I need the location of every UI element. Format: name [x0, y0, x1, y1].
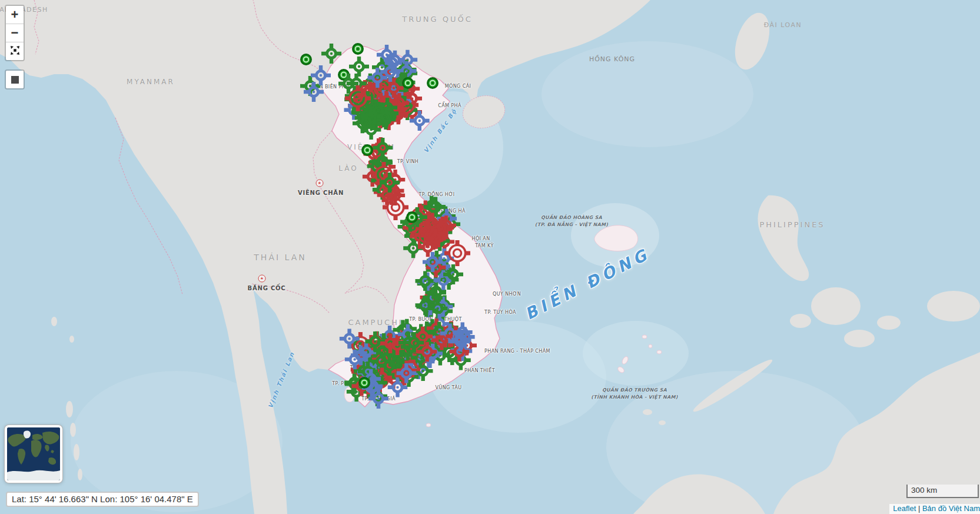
zoom-out-button[interactable]: −	[6, 24, 24, 42]
minimap[interactable]	[5, 425, 62, 483]
leaflet-link[interactable]: Leaflet	[893, 504, 916, 513]
map-marker-station-dot[interactable]	[360, 378, 370, 388]
zoom-in-button[interactable]: +	[6, 6, 24, 24]
map-marker-station-dot[interactable]	[428, 78, 438, 88]
map-marker-crosshair-b[interactable]	[377, 45, 397, 65]
map-marker-station-dot[interactable]	[301, 55, 311, 65]
attribution-separator: |	[916, 504, 922, 513]
map-marker-crosshair-g[interactable]	[321, 44, 341, 64]
scale-control: 300 km	[906, 485, 979, 498]
map-marker-station-dot[interactable]	[407, 213, 417, 223]
coordinates-readout: Lat: 15° 44' 16.663" N Lon: 105° 16' 04.…	[6, 492, 199, 507]
map-viewport[interactable]: BANGLADESHMYANMARTRUNG QUỐCHỒNG KÔNGĐÀI …	[0, 0, 980, 514]
minimap-world-image	[7, 427, 60, 480]
expand-arrows-icon	[10, 44, 20, 59]
fullscreen-button[interactable]	[6, 42, 24, 60]
map-marker-crosshair-b[interactable]	[410, 111, 430, 131]
map-markers-layer	[0, 0, 980, 514]
map-marker-station-dot[interactable]	[353, 44, 363, 54]
square-tool-button[interactable]	[6, 71, 24, 88]
map-provider-link[interactable]: Bản đồ Việt Nam	[922, 504, 980, 513]
map-marker-station-dot[interactable]	[403, 78, 413, 88]
filled-square-icon	[11, 76, 19, 84]
map-marker-crosshair-g[interactable]	[349, 57, 369, 77]
map-marker-station-dot[interactable]	[363, 145, 373, 155]
zoom-control: + −	[5, 5, 25, 61]
attribution-bar: Leaflet | Bản đồ Việt Nam	[889, 504, 980, 514]
square-tool-control	[5, 69, 25, 89]
